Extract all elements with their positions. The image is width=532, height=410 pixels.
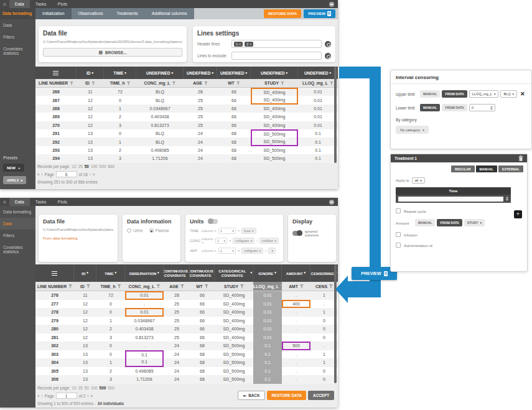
page-number-input[interactable]: 1 [56,393,77,399]
page-size-option[interactable]: 10 [72,164,77,169]
unit-denominator-select[interactable]: ▾ [268,248,276,254]
table-row[interactable]: 2791210.03489672566SD_400mg0.01.0 [35,317,338,325]
factor-input[interactable]: 1▾ [218,248,236,254]
first-page-button[interactable]: « [37,394,40,398]
sidebar-item-data-formatting[interactable]: Data formatting [0,206,35,218]
page-size-option[interactable]: 25 [78,164,83,169]
filter-icon[interactable] [329,284,333,288]
restore-data-button[interactable]: RESTORE DATA [267,391,306,400]
column-type-select[interactable]: UNDEFINED▾ [136,67,184,79]
sidebar-item-covariates-statistics[interactable]: Covariates statistics [0,241,35,258]
column-type-select[interactable]: TIME▾ [96,264,125,282]
amount-manual-button[interactable]: MANUAL [415,219,435,226]
column-header-wt[interactable]: WT [190,282,215,291]
home-icon[interactable]: ⌂ [0,198,9,206]
column-header-study[interactable]: STUDY [251,79,298,87]
table-row[interactable]: 3041310.12468SD_500mg0.1.1 [35,358,338,367]
nav-data[interactable]: Data [9,0,30,8]
tab-additional-columns[interactable]: Additional columns [145,8,194,19]
help-bubble-icon[interactable] [329,200,334,205]
column-type-select[interactable]: OBSERVATION▾ [125,264,164,282]
table-row[interactable]: 3031300.12468SD_500mg0.1.1 [35,350,338,359]
column-header-age[interactable]: AGE [184,79,217,87]
tab-treatments[interactable]: Treatments [110,8,145,19]
column-header-age[interactable]: AGE [164,282,190,291]
time-input[interactable] [398,197,503,202]
column-type-select[interactable]: CATEGORICAL COVARIATE▾ [215,264,253,282]
column-type-select[interactable]: CONTINUOUS COVARIATE▾ [164,264,190,282]
from-data-formatting-link[interactable]: From data formatting [43,236,113,240]
filter-icon[interactable] [172,82,175,85]
units-toggle[interactable] [208,219,218,224]
table-row[interactable]: 3061331.712062468SD_500mg0.1.0 [35,375,338,384]
table-row[interactable]: 267120BLQ2566SD_400mg0.01 [35,96,338,104]
page-size-option[interactable]: 500 [100,386,106,390]
sidebar-item-filters[interactable]: Filters [0,31,35,43]
nav-tasks[interactable]: Tasks [30,0,52,8]
header-line-tag[interactable]: 1× [234,42,243,47]
page-size-option[interactable]: 50 [85,164,89,169]
spinner-icon[interactable] [506,197,508,201]
column-header-amt[interactable]: AMT [282,282,310,291]
mode-manual-button[interactable]: MANUAL [476,165,497,172]
apply-preset-button[interactable]: APPLY▾ [3,176,26,184]
radio-plasma[interactable]: Plasma [149,228,169,233]
filter-icon[interactable] [180,284,184,288]
page-size-option[interactable]: 500 [100,164,106,169]
page-size-option[interactable]: 866 [108,164,114,169]
table-row[interactable]: 2931320.4980852468SD_500mg0.1 [35,146,338,154]
unit-select[interactable]: milligram▾ [233,238,254,244]
header-line-tag[interactable]: 2× [245,42,253,47]
lines-exclude-clear-button[interactable] [325,53,331,59]
new-preset-button[interactable]: NEW+ [3,164,24,172]
filter-icon[interactable] [68,284,72,288]
restore-data-button[interactable]: RESTORE DATA [264,9,301,18]
nav-tasks[interactable]: Tasks [30,198,52,206]
table-row[interactable]: 291130BLQ2468SD_500mg0.1 [35,129,338,137]
upper-manual-button[interactable]: MANUAL [420,90,440,98]
radio-urine[interactable]: Urine [127,228,143,233]
tab-initialization[interactable]: Initialization [35,8,72,19]
remove-tag-icon[interactable]: × [239,42,241,46]
filter-icon[interactable] [70,82,73,85]
upper-from-data-button[interactable]: FROM DATA [442,90,467,98]
page-size-option[interactable]: 100 [91,164,98,169]
filter-icon[interactable] [118,284,121,288]
mode-regular-button[interactable]: REGULAR [451,165,475,172]
repeat-cycle-checkbox[interactable]: Repeat cycle [391,208,527,213]
prev-page-button[interactable]: ‹ [42,394,43,398]
lines-exclude-input[interactable] [231,52,322,60]
table-row[interactable]: 2681210.03489672566SD_400mg0.01 [35,105,338,113]
last-page-button[interactable]: » [90,394,93,398]
table-row[interactable]: 27611720.012866SD_400mg0.01.1 [35,291,338,300]
filter-icon[interactable] [156,284,160,288]
unit-select[interactable]: milligram▾ [241,248,263,254]
lower-from-data-button[interactable]: FROM DATA [442,104,467,111]
table-row[interactable]: 2811230.8132732566SD_400mg0.01.0 [35,333,338,342]
unit-select[interactable]: hour▾ [241,228,256,234]
column-type-select[interactable]: UNDEFINED▾ [298,67,338,79]
column-header-time-h[interactable]: TIME_h [96,282,125,291]
filter-icon[interactable] [240,284,244,288]
table-row[interactable]: 3051320.4980852468SD_500mg0.1.0 [35,367,338,376]
apply-to-select[interactable]: all▾ [412,177,425,184]
column-type-select[interactable]: ID▾ [74,264,96,282]
add-row-button[interactable]: + [514,210,522,218]
amount-study-select[interactable]: STUDY▾ [464,219,485,226]
table-row[interactable]: 2691220.4034382566SD_400mg0.01 [35,113,338,121]
filter-icon[interactable] [91,82,95,85]
table-row[interactable]: 277120.2566SD_400mg0.01400. [35,300,338,309]
dose-time-row[interactable] [396,195,511,203]
table-scrollbar[interactable] [334,67,337,163]
factor-input[interactable]: 1▾ [215,238,227,244]
column-type-select[interactable]: CONTINUOUS COVARIATE▾ [190,264,215,282]
page-size-option[interactable]: 25 [78,386,83,390]
upper-column-select[interactable]: LLOQ_mg_L▾ [469,90,499,98]
filter-icon[interactable] [204,82,208,85]
filter-icon[interactable] [205,284,208,288]
table-row[interactable]: 2781200.012566SD_400mg0.01.1 [35,308,338,317]
column-header-time-h[interactable]: TIME_h [104,79,136,87]
sidebar-item-data[interactable]: Data [0,19,35,31]
filter-icon[interactable] [86,284,90,288]
page-size-option[interactable]: 100 [91,386,98,390]
